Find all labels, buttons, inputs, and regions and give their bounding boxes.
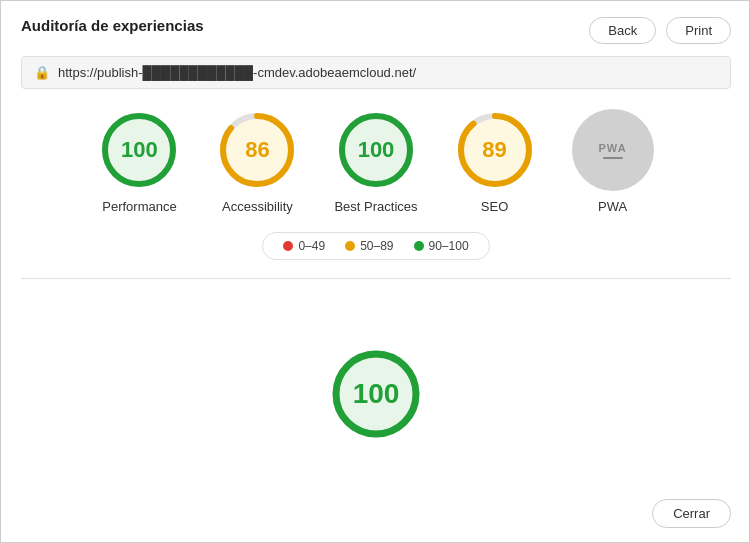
scores-row: 100 Performance 86 Accessibility	[21, 109, 731, 214]
divider	[21, 278, 731, 279]
lock-icon: 🔒	[34, 65, 50, 80]
legend-item-red: 0–49	[283, 239, 325, 253]
score-pwa: PWA PWA	[572, 109, 654, 214]
legend-range-green: 90–100	[429, 239, 469, 253]
legend-item-orange: 50–89	[345, 239, 393, 253]
legend-dot-orange	[345, 241, 355, 251]
score-performance: 100 Performance	[98, 109, 180, 214]
bottom-score-area: 100	[21, 299, 731, 489]
bottom-circle: 100	[326, 344, 426, 444]
score-value-best-practices: 100	[358, 137, 395, 163]
circle-seo: 89	[454, 109, 536, 191]
url-text: https://publish-████████████-cmdev.adobe…	[58, 65, 416, 80]
score-label-best-practices: Best Practices	[334, 199, 417, 214]
score-value-performance: 100	[121, 137, 158, 163]
circle-best-practices: 100	[335, 109, 417, 191]
score-label-pwa: PWA	[598, 199, 627, 214]
circle-performance: 100	[98, 109, 180, 191]
legend-dot-green	[414, 241, 424, 251]
legend-range-orange: 50–89	[360, 239, 393, 253]
legend-dot-red	[283, 241, 293, 251]
score-best-practices: 100 Best Practices	[334, 109, 417, 214]
score-label-accessibility: Accessibility	[222, 199, 293, 214]
footer: Cerrar	[21, 489, 731, 528]
score-label-performance: Performance	[102, 199, 176, 214]
legend-range-red: 0–49	[298, 239, 325, 253]
score-value-accessibility: 86	[245, 137, 269, 163]
page: Auditoría de experiencias Back Print 🔒 h…	[1, 1, 750, 543]
score-seo: 89 SEO	[454, 109, 536, 214]
score-label-seo: SEO	[481, 199, 508, 214]
pwa-text: PWA	[599, 142, 627, 154]
print-button[interactable]: Print	[666, 17, 731, 44]
header: Auditoría de experiencias Back Print	[21, 17, 731, 44]
url-bar: 🔒 https://publish-████████████-cmdev.ado…	[21, 56, 731, 89]
back-button[interactable]: Back	[589, 17, 656, 44]
score-value-seo: 89	[482, 137, 506, 163]
cerrar-button[interactable]: Cerrar	[652, 499, 731, 528]
circle-accessibility: 86	[216, 109, 298, 191]
bottom-score-value: 100	[353, 378, 400, 410]
legend: 0–49 50–89 90–100	[262, 232, 489, 260]
page-title: Auditoría de experiencias	[21, 17, 204, 34]
header-buttons: Back Print	[589, 17, 731, 44]
legend-item-green: 90–100	[414, 239, 469, 253]
pwa-circle: PWA	[572, 109, 654, 191]
score-accessibility: 86 Accessibility	[216, 109, 298, 214]
pwa-dash	[603, 157, 623, 159]
